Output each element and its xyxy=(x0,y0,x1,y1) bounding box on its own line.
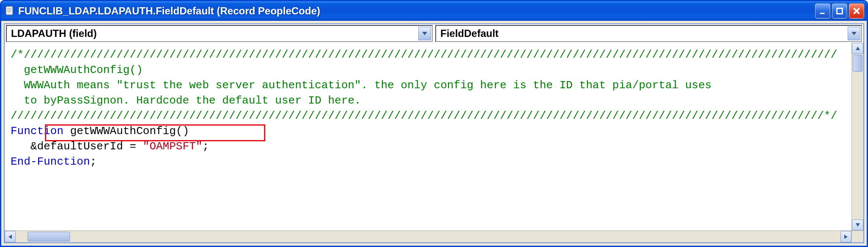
app-icon xyxy=(5,5,15,17)
client-area: LDAPAUTH (field) FieldDefault /*////////… xyxy=(4,23,864,243)
svg-marker-9 xyxy=(851,32,857,35)
svg-rect-5 xyxy=(837,8,843,14)
window-controls xyxy=(815,3,864,19)
code-text: ; xyxy=(90,155,97,168)
scroll-up-button[interactable] xyxy=(852,43,863,54)
window-frame: FUNCLIB_LDAP.LDAPAUTH.FieldDefault (Reco… xyxy=(0,0,868,247)
chevron-down-icon[interactable] xyxy=(848,27,860,40)
scroll-right-button[interactable] xyxy=(840,231,851,242)
svg-marker-11 xyxy=(856,223,860,227)
scroll-corner xyxy=(851,230,863,242)
maximize-icon xyxy=(835,6,844,16)
bottom-scroll-row xyxy=(5,230,863,242)
scroll-track[interactable] xyxy=(16,231,840,242)
svg-marker-13 xyxy=(844,235,848,239)
svg-marker-10 xyxy=(856,47,860,50)
code-text: getWWWAuthConfig() xyxy=(64,125,189,138)
svg-marker-8 xyxy=(422,32,427,35)
code-text: &defaultUserId = xyxy=(11,140,143,153)
code-keyword: Function xyxy=(11,125,64,138)
scroll-down-button[interactable] xyxy=(852,219,863,230)
horizontal-scrollbar[interactable] xyxy=(5,230,851,242)
code-comment: to byPassSignon. Hardcode the default us… xyxy=(11,94,361,107)
vertical-scrollbar[interactable] xyxy=(851,43,863,230)
window-title: FUNCLIB_LDAP.LDAPAUTH.FieldDefault (Reco… xyxy=(18,5,815,17)
code-comment: /*//////////////////////////////////////… xyxy=(11,48,837,61)
svg-rect-0 xyxy=(6,6,13,15)
event-selector[interactable]: FieldDefault xyxy=(435,25,862,42)
code-comment: ////////////////////////////////////////… xyxy=(11,109,837,122)
code-text: ; xyxy=(203,140,209,153)
dropdown-row: LDAPAUTH (field) FieldDefault xyxy=(5,24,863,43)
scroll-thumb[interactable] xyxy=(28,232,70,241)
maximize-button[interactable] xyxy=(832,3,847,19)
code-comment: WWWAuth means "trust the web server auth… xyxy=(11,79,712,92)
code-area-wrap: /*//////////////////////////////////////… xyxy=(5,43,863,230)
scroll-left-button[interactable] xyxy=(5,231,16,242)
close-icon xyxy=(852,6,861,16)
minimize-icon xyxy=(818,6,827,16)
code-editor[interactable]: /*//////////////////////////////////////… xyxy=(5,43,851,230)
field-selector[interactable]: LDAPAUTH (field) xyxy=(6,25,433,42)
code-keyword: End-Function xyxy=(11,155,90,168)
code-string: "OAMPSFT" xyxy=(143,140,202,153)
close-button[interactable] xyxy=(849,3,864,19)
event-selector-value: FieldDefault xyxy=(440,28,498,39)
code-comment: getWWWAuthConfig() xyxy=(11,64,143,76)
field-selector-value: LDAPAUTH (field) xyxy=(11,28,97,39)
svg-marker-12 xyxy=(8,235,12,239)
scroll-track[interactable] xyxy=(852,54,863,219)
chevron-down-icon[interactable] xyxy=(418,27,431,40)
titlebar[interactable]: FUNCLIB_LDAP.LDAPAUTH.FieldDefault (Reco… xyxy=(1,1,867,21)
minimize-button[interactable] xyxy=(815,3,830,19)
scroll-thumb[interactable] xyxy=(853,55,862,72)
